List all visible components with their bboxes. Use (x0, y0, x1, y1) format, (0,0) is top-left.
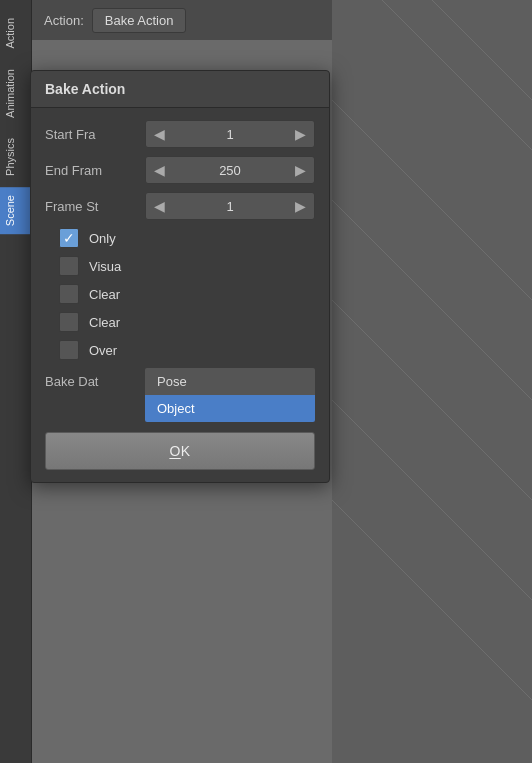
dropdown-option-pose[interactable]: Pose (145, 368, 315, 395)
sidebar-item-physics[interactable]: Physics (0, 130, 31, 184)
checkmark-icon: ✓ (63, 231, 75, 245)
visual-checkbox[interactable] (59, 256, 79, 276)
sidebar-item-animation[interactable]: Animation (0, 61, 31, 126)
ok-button[interactable]: OK (45, 432, 315, 470)
over-label: Over (89, 343, 117, 358)
end-frame-input[interactable]: ◀ 250 ▶ (145, 156, 315, 184)
dialog-body: Start Fra ◀ 1 ▶ End Fram ◀ 250 ▶ Frame S… (31, 108, 329, 482)
end-frame-row: End Fram ◀ 250 ▶ (45, 156, 315, 184)
action-value: Bake Action (92, 8, 187, 33)
top-bar: Action: Bake Action (32, 0, 332, 40)
grid-area (332, 0, 532, 763)
frame-step-decrement[interactable]: ◀ (146, 193, 173, 219)
end-frame-decrement[interactable]: ◀ (146, 157, 173, 183)
clear2-label: Clear (89, 315, 120, 330)
only-checkbox-row: ✓ Only (59, 228, 315, 248)
sidebar-item-scene[interactable]: Scene (0, 187, 31, 234)
svg-line-0 (332, 100, 532, 300)
start-frame-label: Start Fra (45, 127, 145, 142)
visual-label: Visua (89, 259, 121, 274)
end-frame-increment[interactable]: ▶ (287, 157, 314, 183)
frame-step-value: 1 (173, 199, 287, 214)
svg-line-4 (332, 500, 532, 700)
end-frame-label: End Fram (45, 163, 145, 178)
visual-checkbox-row: Visua (59, 256, 315, 276)
clear2-checkbox-row: Clear (59, 312, 315, 332)
sidebar-item-action[interactable]: Action (0, 10, 31, 57)
clear2-checkbox[interactable] (59, 312, 79, 332)
bake-action-dialog: Bake Action Start Fra ◀ 1 ▶ End Fram ◀ 2… (30, 70, 330, 483)
bake-dat-label: Bake Dat (45, 368, 145, 389)
svg-line-2 (332, 300, 532, 500)
start-frame-value: 1 (173, 127, 287, 142)
dialog-title: Bake Action (31, 71, 329, 108)
start-frame-row: Start Fra ◀ 1 ▶ (45, 120, 315, 148)
svg-line-1 (332, 200, 532, 400)
only-label: Only (89, 231, 116, 246)
clear1-checkbox-row: Clear (59, 284, 315, 304)
bake-dat-row: Bake Dat Pose Object (45, 368, 315, 422)
svg-line-6 (432, 0, 532, 100)
action-label: Action: (44, 13, 84, 28)
clear1-label: Clear (89, 287, 120, 302)
start-frame-input[interactable]: ◀ 1 ▶ (145, 120, 315, 148)
frame-step-row: Frame St ◀ 1 ▶ (45, 192, 315, 220)
svg-line-3 (332, 400, 532, 600)
svg-line-5 (382, 0, 532, 150)
frame-step-label: Frame St (45, 199, 145, 214)
over-checkbox-row: Over (59, 340, 315, 360)
bake-dropdown: Pose Object (145, 368, 315, 422)
frame-step-increment[interactable]: ▶ (287, 193, 314, 219)
clear1-checkbox[interactable] (59, 284, 79, 304)
frame-step-input[interactable]: ◀ 1 ▶ (145, 192, 315, 220)
end-frame-value: 250 (173, 163, 287, 178)
only-checkbox[interactable]: ✓ (59, 228, 79, 248)
start-frame-decrement[interactable]: ◀ (146, 121, 173, 147)
dropdown-option-object[interactable]: Object (145, 395, 315, 422)
ok-button-label: OK (169, 443, 190, 459)
start-frame-increment[interactable]: ▶ (287, 121, 314, 147)
over-checkbox[interactable] (59, 340, 79, 360)
sidebar: Action Animation Physics Scene (0, 0, 32, 763)
